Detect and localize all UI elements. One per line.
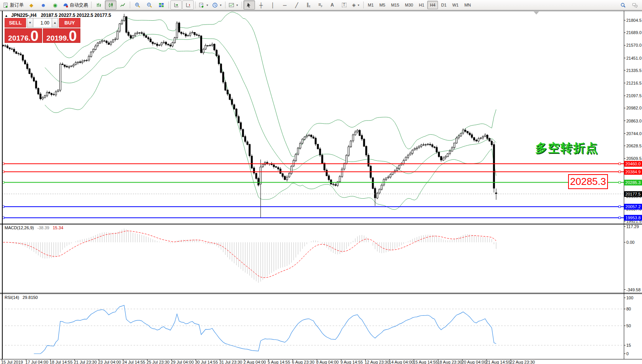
candle-bullish [352,135,354,141]
candle-bearish [280,169,281,173]
sell-price-button[interactable]: 20176.0 [5,28,42,43]
rsi-line [34,305,497,354]
trendline-button[interactable]: ╱ [291,0,302,10]
candle-bullish [418,146,420,148]
candle-bearish [16,52,17,54]
chart-text-annotation[interactable]: 多空转折点 [535,140,598,156]
new-chart-button[interactable]: ▼ [197,0,210,10]
price-axis-tick-label: 21570.0 [626,43,642,47]
chat-button[interactable] [629,0,640,10]
timeframe-button-m5[interactable]: M5 [377,1,388,9]
quotes-button[interactable]: ◆ [26,0,37,10]
text-button[interactable]: A [327,0,338,10]
chart-canvas[interactable] [0,0,642,364]
signal-icon: ◉ [53,3,57,8]
line-anchor-handle[interactable] [619,171,621,173]
candle-bearish [29,69,30,74]
templates-button[interactable]: ▼ [227,0,240,10]
crosshair-button[interactable]: ┼ [255,0,267,10]
line-anchor-handle[interactable] [619,181,621,183]
candlestick-chart-button[interactable] [105,0,116,10]
new-order-button[interactable]: 新订单 [2,0,25,10]
candle-bullish [114,39,116,40]
candle-bearish [282,174,283,176]
signals-button[interactable]: ◉ [49,0,61,10]
candle-bullish [88,56,90,60]
vertical-line-button[interactable]: │ [267,0,279,10]
terminal-window: 新订单◆☻◉自动交易▼▼▼┼│─╱∥E≡FAT◈▼M1M5M15M30H1H4D… [0,0,642,364]
tile-windows-button[interactable] [155,0,167,10]
candle-bearish [493,145,495,188]
price-callout-box[interactable]: 20285.3 [568,174,608,189]
candle-bullish [297,148,299,154]
candle-bearish [31,73,33,77]
search-button[interactable] [617,0,629,10]
equidistant-channel-button[interactable]: ∥E [303,0,314,10]
time-axis-tick-label: 24 Jul 14:55 [123,360,145,364]
macd-axis-tick-label: 117.29 [626,224,639,229]
sell-button[interactable]: SELL [5,18,26,28]
line-anchor-handle[interactable] [619,163,621,165]
candle-bearish [374,188,376,198]
market-watch-button[interactable]: ☻ [38,0,49,10]
timeframe-button-m30[interactable]: M30 [402,1,416,9]
candle-bearish [64,65,65,67]
cursor-button[interactable] [243,0,255,10]
arrows-button[interactable]: ◈▼ [350,0,362,10]
candle-bearish [245,137,246,142]
time-axis-tick-label: 2 Aug 04:00 [243,360,266,364]
line-chart-button[interactable] [117,0,128,10]
time-axis-tick-label: 8 Aug 04:00 [316,360,339,364]
volume-increase-icon[interactable]: ▲ [52,18,58,28]
candle-bullish [443,158,444,160]
autotrading-button[interactable]: 自动交易 [61,0,90,10]
candle-bearish [335,184,336,185]
timeframe-button-h4[interactable]: H4 [427,1,438,9]
timeframe-button-d1[interactable]: D1 [438,1,449,9]
volume-input[interactable]: 1.00 [33,18,52,28]
candle-bullish [302,139,303,143]
buy-price-button[interactable]: 20199.0 [43,28,80,43]
volume-decrease-icon[interactable]: ▼ [27,18,33,28]
buy-button[interactable]: BUY [59,18,80,28]
candle-bearish [49,92,50,93]
line-anchor-handle[interactable] [619,206,621,208]
time-axis-tick-label: 15 Jul 2019 [1,360,23,364]
collapse-trade-panel-icon[interactable]: ▲ [5,14,8,18]
candle-bearish [26,64,28,69]
candle-bullish [70,66,72,67]
price-axis-tick-label: 21216.5 [626,81,642,85]
chart-shift-marker-icon[interactable] [534,11,539,15]
candle-bearish [368,155,369,166]
time-axis-tick-label: 18 Aug 23:30 [437,360,462,364]
candle-bearish [13,49,15,52]
candle-bearish [198,35,200,36]
time-axis-tick-label: 22 Aug 23:30 [510,360,535,364]
text-label-button[interactable]: T [338,0,350,10]
fibonacci-button[interactable]: ≡F [315,0,326,10]
timeframe-button-m1[interactable]: M1 [365,1,376,9]
period-selector-button[interactable]: ▼ [211,0,224,10]
chart-title: ▲ JPN225-,H4 20187.5 20227.5 20122.5 201… [5,13,111,18]
timeframe-button-mn[interactable]: MN [462,1,474,9]
chart-shift-button[interactable] [182,0,194,10]
candle-bearish [242,129,244,137]
timeframe-button-h1[interactable]: H1 [416,1,427,9]
bar-chart-button[interactable] [93,0,105,10]
chart-shift-icon [185,2,191,8]
line-anchor-handle[interactable] [619,217,621,219]
timeframe-button-w1[interactable]: W1 [449,1,461,9]
auto-scroll-button[interactable] [170,0,182,10]
time-axis-tick-label: 9 Aug 14:55 [340,360,363,364]
timeframe-button-m15[interactable]: M15 [388,1,402,9]
candle-bullish [113,40,114,42]
candle-bullish [354,132,356,135]
zoom-in-button[interactable] [132,0,143,10]
rsi-axis-tick-label: 100 [626,295,633,300]
candle-bearish [440,157,442,160]
channel-icon: ∥E [306,2,310,8]
horizontal-line-button[interactable]: ─ [279,0,291,10]
zoom-out-button[interactable] [144,0,155,10]
candle-bullish [387,177,389,178]
candle-bullish [484,135,486,137]
